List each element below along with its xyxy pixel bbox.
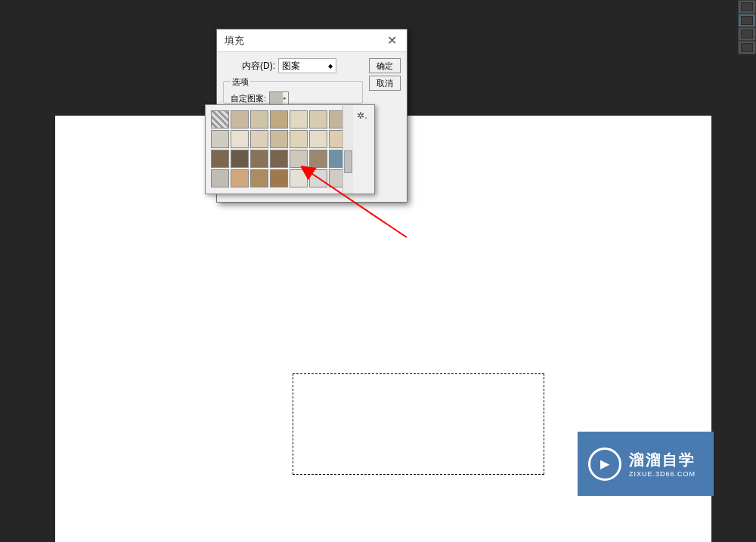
pattern-item[interactable] bbox=[329, 169, 342, 187]
pattern-item[interactable] bbox=[290, 110, 308, 129]
gear-icon[interactable]: ✲. bbox=[356, 110, 368, 119]
pattern-item[interactable] bbox=[270, 130, 288, 148]
content-value: 图案 bbox=[282, 60, 300, 73]
options-label: 选项 bbox=[231, 76, 250, 88]
watermark-title: 溜溜自学 bbox=[629, 450, 696, 470]
pattern-item[interactable] bbox=[231, 169, 249, 187]
dialog-titlebar[interactable]: 填充 ✕ bbox=[217, 29, 407, 52]
play-icon: ▶ bbox=[600, 457, 609, 471]
pattern-item[interactable] bbox=[211, 150, 229, 168]
pattern-item[interactable] bbox=[231, 110, 249, 129]
pattern-item[interactable] bbox=[309, 130, 327, 148]
pattern-item[interactable] bbox=[250, 110, 268, 129]
content-select[interactable]: 图案 ◆ bbox=[278, 58, 336, 73]
watermark: ▶ 溜溜自学 ZIXUE.3D66.COM bbox=[578, 432, 714, 496]
pattern-item[interactable] bbox=[329, 110, 342, 129]
pattern-scrollbar[interactable] bbox=[342, 105, 353, 194]
panel-tab-3[interactable] bbox=[738, 27, 756, 41]
scroll-thumb[interactable] bbox=[344, 150, 352, 173]
pattern-item[interactable] bbox=[329, 130, 342, 148]
panel-tab-1[interactable] bbox=[738, 0, 756, 14]
pattern-item[interactable] bbox=[270, 150, 288, 168]
watermark-logo: ▶ bbox=[588, 448, 621, 481]
watermark-subtitle: ZIXUE.3D66.COM bbox=[629, 470, 696, 478]
pattern-item[interactable] bbox=[250, 130, 268, 148]
panel-tab-2[interactable] bbox=[738, 14, 756, 27]
close-icon[interactable]: ✕ bbox=[384, 33, 399, 48]
panel-tab-4[interactable] bbox=[738, 41, 756, 54]
chevron-down-icon: ▸ bbox=[283, 95, 288, 101]
marquee-selection bbox=[293, 373, 544, 475]
dialog-title: 填充 bbox=[225, 34, 244, 48]
pattern-grid-container bbox=[206, 105, 342, 194]
chevron-down-icon: ◆ bbox=[328, 63, 333, 70]
pattern-item[interactable] bbox=[250, 150, 268, 168]
pattern-swatch-trigger[interactable]: ▸ bbox=[269, 91, 289, 105]
pattern-item[interactable] bbox=[290, 130, 308, 148]
pattern-item[interactable] bbox=[309, 110, 327, 129]
pattern-picker-popup: ✲. bbox=[205, 104, 375, 194]
watermark-text: 溜溜自学 ZIXUE.3D66.COM bbox=[629, 450, 696, 478]
pattern-grid bbox=[211, 110, 340, 187]
pattern-item[interactable] bbox=[250, 169, 268, 187]
pattern-item[interactable] bbox=[290, 150, 308, 168]
custom-pattern-label: 自定图案: bbox=[231, 93, 266, 104]
pattern-item[interactable] bbox=[309, 169, 327, 187]
cancel-button[interactable]: 取消 bbox=[369, 76, 401, 91]
pattern-item[interactable] bbox=[290, 169, 308, 187]
pattern-item[interactable] bbox=[329, 150, 342, 168]
pattern-item[interactable] bbox=[309, 150, 327, 168]
right-panel-tabs bbox=[738, 0, 756, 54]
pattern-item[interactable] bbox=[231, 150, 249, 168]
content-label: 内容(D): bbox=[229, 60, 278, 73]
pattern-item[interactable] bbox=[270, 169, 288, 187]
pattern-item[interactable] bbox=[211, 130, 229, 148]
pattern-item[interactable] bbox=[231, 130, 249, 148]
pattern-item[interactable] bbox=[211, 169, 229, 187]
ok-button[interactable]: 确定 bbox=[369, 58, 401, 73]
pattern-thumb bbox=[270, 92, 283, 104]
pattern-item[interactable] bbox=[270, 110, 288, 129]
pattern-item[interactable] bbox=[211, 110, 229, 129]
